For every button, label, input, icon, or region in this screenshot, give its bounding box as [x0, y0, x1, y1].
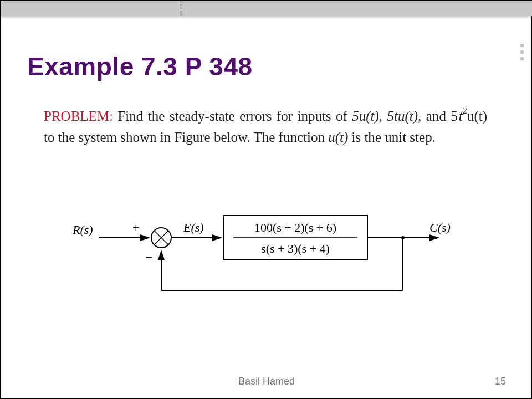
- summing-junction: [151, 228, 171, 248]
- block-diagram: R(s) + − E(s) 100(s + 2)(s + 6) s(s + 3)…: [73, 207, 472, 318]
- footer-author: Basil Hamed: [1, 376, 532, 387]
- top-bar-dots: [180, 1, 182, 16]
- ut: u(t): [328, 130, 348, 145]
- pickoff-node: [401, 236, 405, 239]
- input-3a: 5: [451, 109, 458, 124]
- body-text-2: to the system shown in Figure below. The…: [44, 130, 328, 145]
- problem-text: PROBLEM: Find the steady-state errors fo…: [44, 106, 487, 147]
- plus-sign: +: [132, 221, 139, 234]
- label-C: C(s): [429, 221, 451, 234]
- problem-label: PROBLEM:: [44, 109, 113, 124]
- input-1: 5u(t),: [352, 109, 382, 124]
- side-dots: [519, 44, 525, 60]
- input-3c: u(t): [467, 109, 487, 124]
- body-text-3: is the unit step.: [348, 130, 436, 145]
- slide: Example 7.3 P 348 PROBLEM: Find the stea…: [0, 0, 532, 399]
- input-3exp: 2: [463, 106, 467, 116]
- top-bar: [180, 1, 532, 16]
- slide-title: Example 7.3 P 348: [27, 52, 253, 81]
- input-3b: t: [459, 109, 463, 124]
- footer-page: 15: [495, 376, 506, 387]
- body-text-1: Find the steady-state errors for inputs …: [113, 109, 352, 124]
- label-E: E(s): [183, 221, 204, 234]
- tf-denominator: s(s + 3)(s + 4): [261, 242, 330, 255]
- input-2: 5tu(t),: [382, 109, 421, 124]
- label-R: R(s): [73, 223, 93, 237]
- body-text-mid: and: [421, 109, 451, 124]
- minus-sign: −: [146, 250, 152, 264]
- tf-numerator: 100(s + 2)(s + 6): [254, 221, 336, 234]
